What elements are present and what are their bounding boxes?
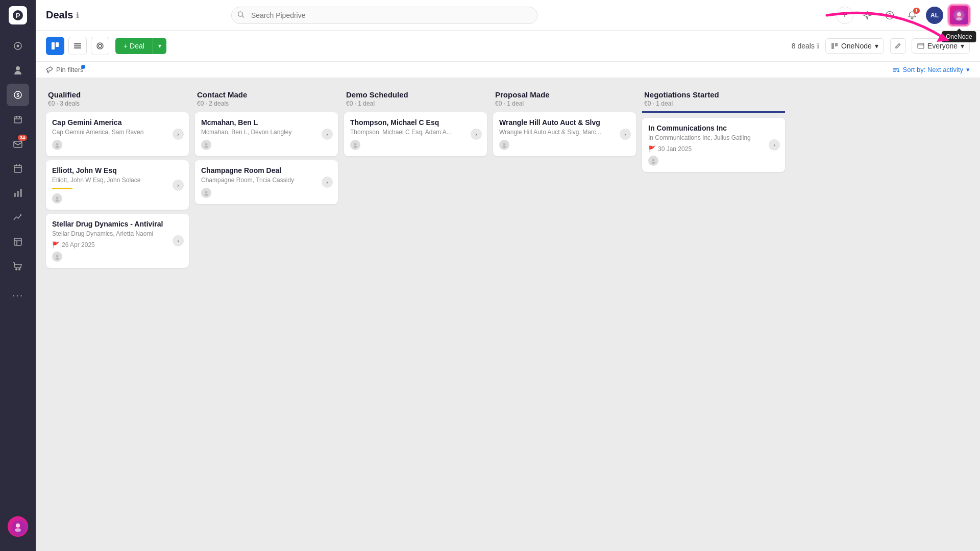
onenode-tooltip: OneNode [942, 31, 976, 42]
topbar: Deals ℹ + ? 1 AL [36, 0, 980, 31]
column-qualified: Qualified €0 · 3 deals Cap Gemini Americ… [46, 86, 189, 543]
svg-rect-6 [14, 117, 21, 123]
deal-avatar [52, 252, 62, 262]
deal-card[interactable]: Cap Gemini America Cap Gemini America, S… [46, 112, 189, 156]
sidebar-item-reports-dashboard[interactable] [7, 182, 29, 204]
svg-point-3 [17, 45, 19, 47]
add-deal-button[interactable]: + Deal [115, 38, 153, 54]
add-button[interactable]: + [836, 7, 853, 24]
sidebar: P $ 34 ··· [0, 0, 36, 551]
deal-avatar-row [499, 140, 630, 150]
subbar: Pin filters Sort by: Next activity ▾ [36, 62, 980, 78]
deal-subtitle: Cap Gemini America, Sam Raven [52, 129, 183, 136]
deal-go-button[interactable]: › [173, 129, 184, 140]
notifications-button[interactable]: 1 [903, 7, 921, 24]
deal-avatar [52, 140, 62, 150]
sidebar-item-contacts[interactable] [7, 59, 29, 82]
svg-rect-11 [20, 189, 22, 197]
sidebar-item-activities[interactable] [7, 108, 29, 131]
column-qualified-cards: Cap Gemini America Cap Gemini America, S… [46, 112, 189, 268]
column-negotiations-header: Negotiations Started €0 · 1 deal [642, 86, 785, 113]
svg-rect-27 [52, 42, 55, 49]
deal-go-button[interactable]: › [620, 129, 631, 140]
svg-rect-28 [56, 42, 59, 47]
sidebar-item-products[interactable] [7, 231, 29, 253]
deal-card[interactable]: Champagne Room Deal Champagne Room, Tric… [195, 160, 338, 204]
main-content: Deals ℹ + ? 1 AL [36, 0, 980, 551]
svg-text:?: ? [888, 13, 891, 18]
svg-rect-9 [14, 193, 16, 197]
everyone-dropdown-icon: ▾ [961, 42, 964, 50]
deal-go-button[interactable]: › [322, 129, 333, 140]
svg-point-50 [354, 143, 357, 146]
deal-card[interactable]: Elliott, John W Esq Elliott, John W Esq,… [46, 160, 189, 210]
column-negotiations-cards: In Communications Inc In Communications … [642, 118, 785, 172]
svg-point-26 [956, 17, 962, 20]
svg-point-52 [503, 143, 506, 146]
sidebar-item-marketplace[interactable] [7, 255, 29, 278]
deal-subtitle: In Communications Inc, Julius Gatling [648, 134, 779, 141]
title-info-icon[interactable]: ℹ [76, 11, 79, 19]
onenode-button[interactable] [948, 5, 970, 26]
deal-go-button[interactable]: › [471, 129, 482, 140]
column-proposal-title: Proposal Made [495, 90, 634, 99]
sidebar-item-home[interactable] [7, 35, 29, 57]
deal-avatar [201, 188, 211, 198]
deals-count-info-icon[interactable]: ℹ [817, 42, 819, 50]
deal-go-button[interactable]: › [173, 235, 184, 246]
search-input[interactable] [231, 7, 537, 24]
column-demo-title: Demo Scheduled [346, 90, 485, 99]
help-button[interactable]: ? [881, 7, 898, 24]
svg-point-41 [56, 146, 59, 148]
deal-card[interactable]: In Communications Inc In Communications … [642, 118, 785, 172]
sidebar-user-avatar[interactable] [8, 516, 28, 537]
add-deal-dropdown-button[interactable]: ▾ [153, 38, 166, 54]
sparkle-button[interactable] [859, 7, 876, 24]
app-logo[interactable]: P [9, 6, 27, 24]
forecast-view-button[interactable] [91, 37, 109, 55]
pipeline-selector[interactable]: OneNode ▾ [825, 38, 884, 54]
column-qualified-header: Qualified €0 · 3 deals [46, 86, 189, 112]
notification-badge: 1 [913, 8, 920, 14]
edit-pipeline-button[interactable] [890, 38, 905, 54]
deal-card[interactable]: Wrangle Hill Auto Auct & Slvg Wrangle Hi… [493, 112, 636, 156]
deal-avatar [52, 193, 62, 204]
deal-date: 🚩 26 Apr 2025 [52, 241, 183, 248]
deal-card[interactable]: Stellar Drug Dynamics - Antiviral Stella… [46, 214, 189, 268]
deal-title: Mcmahan, Ben L [201, 118, 332, 127]
list-view-button[interactable] [68, 37, 87, 55]
sidebar-item-reports-chart[interactable] [7, 206, 29, 229]
column-contact-title: Contact Made [197, 90, 336, 99]
pin-filters-button[interactable]: Pin filters [46, 66, 83, 73]
search-bar [231, 7, 537, 24]
deal-go-button[interactable]: › [769, 139, 780, 151]
deal-card[interactable]: Mcmahan, Ben L Mcmahan, Ben L, Devon Lan… [195, 112, 338, 156]
svg-rect-34 [831, 43, 834, 49]
sidebar-item-mail[interactable]: 34 [7, 133, 29, 155]
deal-card[interactable]: Thompson, Michael C Esq Thompson, Michae… [344, 112, 487, 156]
deal-subtitle: Thompson, Michael C Esq, Adam A... [350, 129, 481, 136]
deal-go-button[interactable]: › [322, 177, 333, 188]
sidebar-item-more[interactable]: ··· [7, 284, 29, 306]
column-demo-scheduled: Demo Scheduled €0 · 1 deal Thompson, Mic… [344, 86, 487, 543]
sort-button[interactable]: Sort by: Next activity ▾ [893, 66, 970, 73]
sidebar-item-deals[interactable]: $ [7, 84, 29, 106]
svg-point-18 [16, 523, 20, 528]
deal-title: Cap Gemini America [52, 118, 183, 127]
svg-point-53 [503, 146, 506, 148]
kanban-view-button[interactable] [46, 37, 64, 55]
deals-count: 8 deals ℹ [792, 42, 819, 50]
deal-avatar-row [201, 188, 332, 198]
column-proposal-cards: Wrangle Hill Auto Auct & Slvg Wrangle Hi… [493, 112, 636, 156]
svg-point-40 [56, 143, 59, 146]
sidebar-item-calendar[interactable] [7, 157, 29, 180]
deal-avatar-row [52, 193, 183, 204]
svg-rect-35 [835, 43, 838, 46]
user-avatar[interactable]: AL [926, 7, 943, 24]
deal-subtitle: Wrangle Hill Auto Auct & Slvg, Marc... [499, 129, 630, 136]
column-contact-header: Contact Made €0 · 2 deals [195, 86, 338, 112]
column-qualified-meta: €0 · 3 deals [48, 100, 187, 107]
deal-go-button[interactable]: › [173, 180, 184, 191]
date-flag-icon: 🚩 [648, 145, 656, 153]
deal-avatar-row [648, 156, 779, 166]
